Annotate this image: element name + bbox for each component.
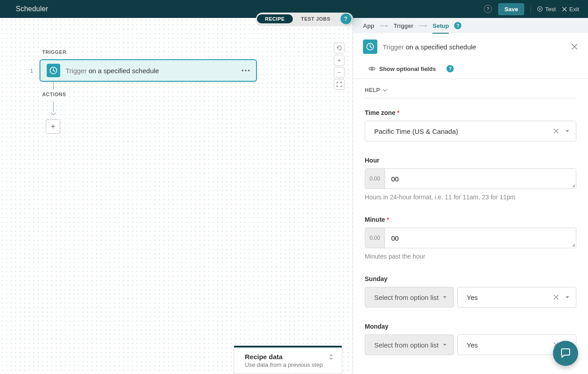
minute-help: Minutes past the hour [365, 253, 576, 260]
header-actions: ? Save Test Exit [484, 3, 579, 15]
timezone-group: Time zone * Pacific Time (US & Canada) [365, 109, 576, 141]
expand-icon [336, 81, 342, 88]
divider [531, 5, 531, 13]
chevron-down-icon[interactable] [565, 130, 570, 132]
recipe-data-panel[interactable]: Recipe data Use data from a previous ste… [234, 346, 342, 374]
minute-input[interactable] [385, 228, 576, 248]
close-icon [562, 7, 567, 12]
panel-header-text: Trigger on a specified schedule [383, 43, 476, 51]
resize-handle-icon[interactable]: ◢ [572, 242, 575, 247]
trigger-step-row: 1 Trigger on a specified schedule [29, 59, 257, 82]
svg-point-3 [371, 68, 373, 70]
exit-label: Exit [569, 6, 579, 13]
trigger-description: on a specified schedule [88, 67, 159, 75]
fit-button[interactable] [334, 79, 345, 90]
arrow-icon: ⟶ [419, 22, 427, 29]
app-title: Scheduler [16, 5, 48, 13]
breadcrumb-trigger[interactable]: Trigger [393, 22, 413, 29]
zoom-in-button[interactable]: + [334, 55, 345, 66]
trigger-section-label: TRIGGER [42, 49, 257, 55]
minute-prefix: 0.00 [365, 228, 385, 248]
canvas-content: TRIGGER 1 Trigger on a specified schedul… [29, 49, 257, 134]
timezone-select[interactable]: Pacific Time (US & Canada) [365, 121, 576, 141]
sunday-value-select[interactable]: Yes [457, 287, 576, 308]
resize-handle-icon[interactable]: ◢ [572, 183, 575, 188]
panel-body: HELP Time zone * Pacific Time (US & Cana… [353, 79, 588, 374]
chat-widget[interactable] [553, 341, 578, 366]
sunday-value: Yes [467, 294, 477, 301]
optional-help-icon[interactable]: ? [447, 65, 454, 72]
chevron-down-icon [383, 89, 387, 92]
hour-prefix: 0.00 [365, 169, 385, 189]
panel-header-prefix: Trigger [383, 43, 404, 51]
optional-fields-label: Show optional fields [379, 66, 436, 72]
help-label: HELP [365, 87, 380, 93]
sunday-group: Sunday Select from option list Yes [365, 275, 576, 308]
arrow-down-icon [51, 112, 56, 116]
minute-label: Minute * [365, 216, 576, 223]
recipe-data-subtitle: Use data from a previous step [245, 361, 334, 368]
hour-input[interactable] [385, 169, 576, 189]
timezone-label: Time zone * [365, 109, 576, 116]
minute-group: Minute * 0.00 ◢ Minutes past the hour [365, 216, 576, 260]
monday-label: Monday [365, 323, 576, 330]
recipe-data-title: Recipe data [245, 353, 334, 361]
connector [53, 101, 54, 112]
card-menu-icon[interactable] [242, 70, 250, 71]
clear-icon[interactable] [553, 295, 559, 300]
view-tabs: RECIPE TEST JOBS ? [256, 13, 353, 25]
monday-group: Monday Select from option list Yes [365, 323, 576, 355]
config-panel: App ⟶ Trigger ⟶ Setup ? Trigger on a spe… [353, 18, 588, 374]
chevron-down-icon[interactable] [565, 296, 570, 299]
clock-icon [363, 40, 377, 54]
trigger-card[interactable]: Trigger on a specified schedule [40, 59, 257, 82]
trigger-card-text: Trigger on a specified schedule [66, 67, 159, 75]
sunday-mode-select[interactable]: Select from option list [365, 287, 454, 308]
add-action-button[interactable]: + [46, 119, 60, 134]
connector [53, 82, 54, 90]
tab-test-jobs[interactable]: TEST JOBS [293, 14, 339, 23]
sunday-mode-value: Select from option list [374, 294, 438, 301]
panel-header: Trigger on a specified schedule [353, 33, 588, 61]
chevron-down-icon[interactable] [442, 343, 447, 346]
test-label: Test [545, 6, 556, 13]
undo-button[interactable] [334, 43, 345, 53]
save-button[interactable]: Save [498, 3, 524, 15]
hour-help: Hours in 24-hour format, i.e. 11 for 11a… [365, 194, 576, 201]
monday-value: Yes [467, 341, 477, 349]
recipe-canvas: + − TRIGGER 1 Trigger on a specified sch… [0, 18, 353, 374]
zoom-out-button[interactable]: − [334, 67, 345, 78]
arrow-icon: ⟶ [380, 22, 388, 29]
tab-recipe[interactable]: RECIPE [257, 14, 293, 23]
monday-mode-select[interactable]: Select from option list [365, 334, 454, 355]
breadcrumb: App ⟶ Trigger ⟶ Setup ? [353, 18, 588, 33]
actions-section-label: ACTIONS [42, 92, 257, 97]
exit-button[interactable]: Exit [562, 6, 579, 13]
hour-label: Hour [365, 157, 576, 164]
trigger-prefix: Trigger [66, 67, 87, 75]
breadcrumb-help-icon[interactable]: ? [454, 22, 461, 29]
help-section-toggle[interactable]: HELP [365, 87, 576, 98]
step-number: 1 [29, 67, 33, 74]
panel-header-desc: on a specified schedule [406, 43, 476, 51]
help-icon[interactable]: ? [484, 5, 492, 13]
monday-mode-value: Select from option list [374, 341, 438, 349]
clear-icon[interactable] [553, 128, 559, 134]
hour-group: Hour 0.00 ◢ Hours in 24-hour format, i.e… [365, 157, 576, 201]
timezone-value: Pacific Time (US & Canada) [374, 128, 458, 135]
sunday-label: Sunday [365, 275, 576, 282]
undo-icon [336, 45, 342, 51]
attention-glow [339, 4, 366, 31]
chat-icon [559, 347, 572, 360]
canvas-controls: + − [334, 43, 345, 90]
play-icon [537, 6, 543, 12]
test-button[interactable]: Test [537, 6, 556, 13]
expand-collapse-icon[interactable] [328, 354, 334, 360]
optional-fields-toggle[interactable]: Show optional fields ? [353, 61, 588, 79]
eye-icon [368, 66, 376, 71]
breadcrumb-app[interactable]: App [363, 22, 374, 29]
chevron-down-icon[interactable] [442, 296, 447, 299]
close-panel-button[interactable] [571, 43, 578, 50]
hour-input-wrap: 0.00 ◢ [365, 168, 576, 189]
breadcrumb-setup[interactable]: Setup [433, 22, 449, 34]
